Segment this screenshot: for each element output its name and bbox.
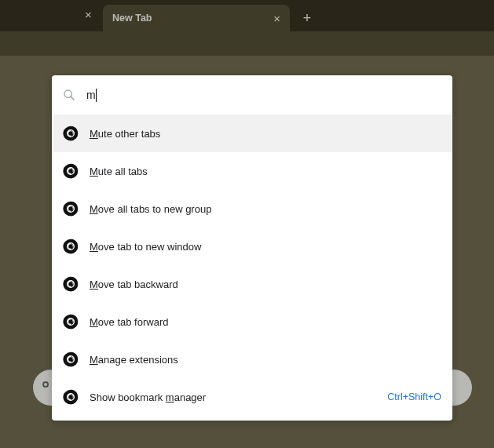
command-item[interactable]: Show bookmark managerCtrl+Shift+O: [52, 378, 452, 416]
chrome-icon: [63, 201, 79, 217]
command-item[interactable]: Manage extensions: [52, 341, 452, 378]
command-item[interactable]: Move tab forward: [52, 303, 452, 341]
command-label: Move tab to new window: [90, 241, 441, 253]
command-item[interactable]: Mute other tabs: [52, 115, 452, 152]
command-item[interactable]: Move tab backward: [52, 265, 452, 303]
command-label: Mute other tabs: [90, 128, 441, 140]
command-label: Move tab backward: [90, 279, 441, 290]
command-label: Move all tabs to new group: [90, 203, 441, 215]
chrome-icon: [63, 351, 79, 367]
command-label: Manage extensions: [90, 354, 441, 366]
command-palette: m Mute other tabsMute all tabsMove all t…: [52, 75, 452, 421]
chrome-icon: [63, 389, 79, 405]
command-label: Show bookmark manager: [90, 392, 387, 403]
chrome-icon: [63, 314, 79, 330]
command-search-row: m: [52, 75, 452, 115]
command-item[interactable]: Move all tabs to new group: [52, 190, 452, 228]
command-list: Mute other tabsMute all tabsMove all tab…: [52, 115, 452, 416]
command-shortcut: Ctrl+Shift+O: [387, 392, 441, 402]
command-item[interactable]: Move tab to new window: [52, 228, 452, 265]
chrome-icon: [63, 276, 79, 292]
command-label: Mute all tabs: [90, 166, 441, 177]
chrome-icon: [63, 239, 79, 254]
command-label: Move tab forward: [90, 316, 441, 328]
chrome-icon: [63, 163, 79, 179]
chrome-icon: [63, 126, 79, 141]
command-item[interactable]: Mute all tabs: [52, 152, 452, 190]
